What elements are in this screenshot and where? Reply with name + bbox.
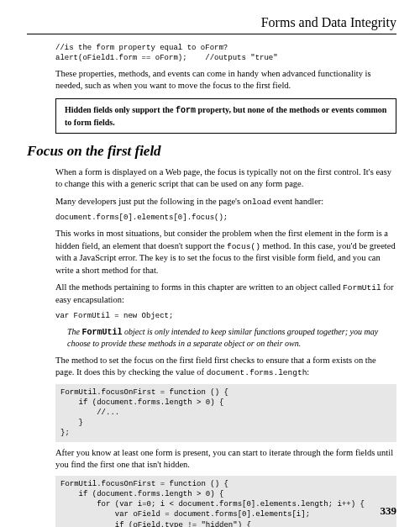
code-snippet-4: FormUtil.focusOnFirst = function () { if… bbox=[55, 384, 396, 442]
paragraph-5: All the methods pertaining to forms in t… bbox=[55, 282, 396, 306]
p3-pre: Many developers just put the following i… bbox=[55, 197, 243, 206]
page-number: 339 bbox=[381, 503, 397, 519]
note-mono: form bbox=[176, 106, 196, 115]
paragraph-1: These properties, methods, and events ca… bbox=[55, 68, 396, 92]
paragraph-7: After you know at least one form is pres… bbox=[55, 447, 396, 471]
p6-mono: document.forms.length bbox=[207, 368, 307, 377]
p5-pre: All the methods pertaining to forms in t… bbox=[55, 282, 343, 292]
p4-mono: focus() bbox=[227, 242, 260, 251]
p5-mono: FormUtil bbox=[343, 283, 381, 292]
page: Forms and Data Integrity //is the form p… bbox=[0, 0, 420, 527]
p6-post: : bbox=[307, 367, 309, 377]
inote-pre: The bbox=[67, 327, 82, 336]
paragraph-4: This works in most situations, but consi… bbox=[55, 228, 396, 276]
p3-post: event handler: bbox=[271, 197, 323, 206]
note-box-hidden-fields: Hidden fields only support the form prop… bbox=[55, 98, 396, 134]
code-snippet-5: FormUtil.focusOnFirst = function () { if… bbox=[55, 476, 396, 527]
paragraph-6: The method to set the focus on the first… bbox=[55, 355, 396, 379]
code-snippet-2: document.forms[0].elements[0].focus(); bbox=[55, 213, 396, 223]
code-snippet-1: //is the form property equal to oForm? a… bbox=[55, 43, 396, 63]
inote-bold: FormUtil bbox=[82, 328, 123, 337]
paragraph-2: When a form is displayed on a Web page, … bbox=[55, 166, 396, 190]
italic-note: The FormUtil object is only intended to … bbox=[67, 326, 396, 350]
p3-mono: onload bbox=[243, 198, 271, 207]
code-snippet-3: var FormUtil = new Object; bbox=[55, 311, 396, 321]
section-heading: Focus on the first field bbox=[27, 142, 396, 161]
page-header: Forms and Data Integrity bbox=[27, 13, 396, 34]
paragraph-3: Many developers just put the following i… bbox=[55, 196, 396, 208]
note-pre: Hidden fields only support the bbox=[65, 105, 176, 114]
